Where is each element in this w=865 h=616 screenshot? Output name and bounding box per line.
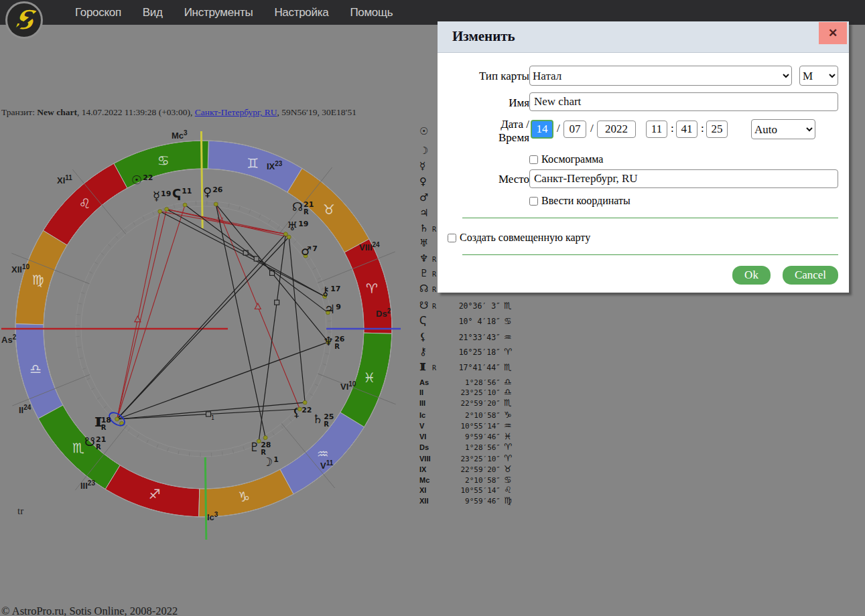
planet-label-pluto[interactable]: ♇28R <box>249 441 271 456</box>
square-aspect-icon <box>243 250 248 255</box>
degree-tick <box>232 449 233 453</box>
virgo-sign-icon: ♍ <box>32 272 44 288</box>
planet-dot-moon[interactable] <box>263 436 267 440</box>
planet-label-venus[interactable]: ♀26 <box>203 186 223 198</box>
table-planet-glyph-venus: ♀ <box>419 177 427 187</box>
planet-label-mars[interactable]: ♂7 <box>301 245 318 257</box>
planet-label-sun[interactable]: ☉22 <box>131 174 153 186</box>
nav-item-2[interactable]: Вид <box>132 1 174 25</box>
cancel-button[interactable]: Cancel <box>783 266 838 285</box>
table-house-label-iii: III <box>419 400 425 407</box>
footer-copyright: © AstroPro.ru, Sotis Online, 2008-2022 <box>1 605 178 616</box>
coords-checkbox-row: Ввести координаты <box>529 195 630 207</box>
aries-sign-icon: ♈ <box>366 281 378 297</box>
nav-item-4[interactable]: Настройка <box>263 1 339 25</box>
table-sign-glyph: ♌ <box>504 485 512 494</box>
table-house-value: 2°10′58″ <box>436 412 501 419</box>
planet-label-lilith[interactable]: ⚸22 <box>292 406 312 418</box>
degree-tick <box>249 210 251 213</box>
table-planet-glyph-south-node: ☋ <box>419 301 428 311</box>
planet-dot-saturn[interactable] <box>303 400 307 404</box>
table-position-value: 20°36′ 3″ <box>436 303 501 311</box>
capricorn-sign-icon: ♑ <box>238 489 250 505</box>
table-planet-glyph-proserpina: ][ <box>419 362 425 371</box>
combined-chart-checkbox[interactable] <box>448 234 456 242</box>
month-input[interactable] <box>563 121 586 138</box>
ok-button[interactable]: Ok <box>732 266 771 285</box>
degree-tick <box>89 272 92 273</box>
dialog-title: Изменить <box>452 28 515 45</box>
planet-dot-selena[interactable] <box>183 203 187 207</box>
minute-input[interactable] <box>676 121 697 138</box>
place-input[interactable] <box>529 169 838 188</box>
cosmogram-checkbox[interactable] <box>529 155 538 164</box>
degree-tick <box>239 206 241 210</box>
planet-dot-proserpina[interactable] <box>115 417 119 421</box>
square-aspect-icon <box>254 256 259 261</box>
degree-tick <box>281 426 283 429</box>
nav-item-5[interactable]: Помощь <box>339 1 403 25</box>
enter-coordinates-checkbox[interactable] <box>529 197 538 206</box>
proserpina-icon: ][ <box>94 416 101 427</box>
day-input[interactable] <box>531 120 553 139</box>
degree-tick <box>104 406 107 408</box>
planet-label-proserpina[interactable]: ][18R <box>94 416 111 431</box>
table-sign-glyph: ♈ <box>504 348 512 356</box>
table-position-value: 10° 4′18″ <box>436 318 501 326</box>
nav-item-1[interactable]: Гороскоп <box>64 1 132 25</box>
house-label-xi: XI11 <box>57 174 72 185</box>
table-house-value: 9°59′46″ <box>436 497 501 505</box>
table-planet-glyph-mars: ♂ <box>419 193 428 203</box>
trine-aspect-icon <box>135 316 141 322</box>
aspect-line-sun-proserpina <box>117 212 160 419</box>
planet-dot-uranus[interactable] <box>287 235 291 239</box>
table-house-value: 22°59′20″ <box>436 466 501 473</box>
sotis-logo[interactable]: S <box>5 1 43 39</box>
planet-label-north-node[interactable]: ☊21R <box>292 201 314 216</box>
table-position-value: 21°33′43″ <box>436 334 501 342</box>
degree-tick <box>94 262 98 264</box>
planet-label-south-node[interactable]: ☋21R <box>84 436 106 451</box>
time-separator: : <box>671 122 674 135</box>
leo-sign-icon: ♌ <box>78 196 90 212</box>
table-sign-glyph: ♍ <box>504 496 512 505</box>
enter-coordinates-label: Ввести координаты <box>541 195 630 207</box>
degree-tick <box>147 440 148 443</box>
year-input[interactable] <box>597 121 636 138</box>
planet-label-saturn[interactable]: ♄25R <box>312 413 334 428</box>
planet-label-selena[interactable]: Ҁ11 <box>172 187 192 200</box>
mars-icon: ♂ <box>301 245 312 257</box>
degree-tick <box>168 448 169 451</box>
zodiac-select[interactable]: M <box>799 66 838 86</box>
planet-label-uranus[interactable]: ♅19 <box>287 220 308 232</box>
degree-tick <box>76 314 80 315</box>
timezone-select[interactable]: Auto <box>751 119 815 139</box>
degree-tick <box>228 204 229 207</box>
planet-label-moon[interactable]: ☽1 <box>262 456 279 468</box>
planet-label-neptune[interactable]: ♆26R <box>323 335 344 350</box>
degree-tick <box>323 364 326 366</box>
table-sign-glyph: ♎ <box>504 388 512 396</box>
planet-dot-venus[interactable] <box>214 202 218 206</box>
edit-chart-dialog: Изменить ✕ Тип карты Натал M Имя Дата /В… <box>438 21 849 293</box>
house-label-mc: Mc3 <box>172 129 188 141</box>
planet-label-chiron[interactable]: ⚷17 <box>321 285 341 297</box>
table-retro-flag: R <box>432 271 436 278</box>
ic-axis-line <box>205 457 206 540</box>
date-separator: / <box>557 122 560 135</box>
square-aspect-icon <box>275 300 279 305</box>
degree-tick <box>324 299 328 299</box>
planet-label-mercury[interactable]: ☿19 <box>153 190 171 202</box>
degree-tick <box>243 447 245 450</box>
nav-item-3[interactable]: Инструменты <box>174 1 264 25</box>
hour-input[interactable] <box>646 121 667 138</box>
chart-name-input[interactable] <box>529 92 838 111</box>
jupiter-icon: ♃ <box>324 303 335 315</box>
planet-label-jupiter[interactable]: ♃9 <box>324 303 341 315</box>
planet-dot-mercury[interactable] <box>165 207 169 211</box>
datetime-label: Дата /Время <box>451 118 529 144</box>
planet-dot-sun[interactable] <box>158 210 162 214</box>
close-icon[interactable]: ✕ <box>819 22 847 44</box>
second-input[interactable] <box>706 121 728 138</box>
chart-type-select[interactable]: Натал <box>529 66 792 86</box>
